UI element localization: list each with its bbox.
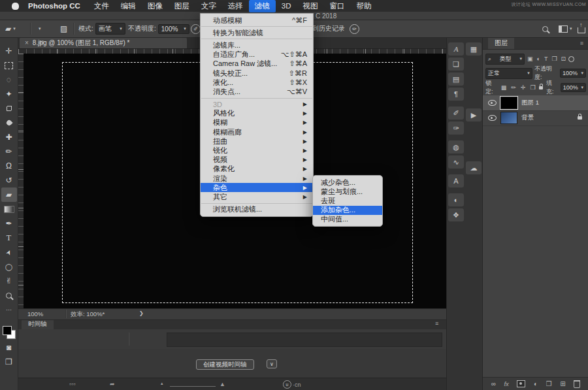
document-tab[interactable]: × 8.jpg @ 100% (图层 1, RGB/8#) * [20,37,187,48]
crop-tool[interactable] [1,101,17,116]
menu-item-video[interactable]: 视频▶ [201,155,313,165]
swatches-panel-icon[interactable]: ▦ [466,42,482,56]
share-button[interactable] [578,20,585,37]
styles-panel-icon[interactable]: ❖ [448,208,464,221]
create-video-timeline-dropdown[interactable]: ∨ [267,359,277,368]
menu-item-blur-gallery[interactable]: 模糊画廊▶ [201,127,313,137]
shape-tool[interactable]: ◯ [1,259,17,274]
menu-edit[interactable]: 编辑 [115,0,142,12]
brush-settings-toggle[interactable]: ▨ [60,20,67,37]
menu-item-filter-gallery[interactable]: 滤镜库... [201,41,313,50]
layer-thumbnail[interactable] [500,112,517,124]
menu-item-median[interactable]: 中间值... [313,215,382,224]
lasso-tool[interactable]: ◌ [1,73,17,87]
airbrush-icon[interactable]: ✏ [350,24,359,34]
menu-view[interactable]: 视图 [297,0,324,12]
visibility-eye-icon[interactable] [488,100,497,106]
create-video-timeline-button[interactable]: 创建视频时间轴 [196,359,254,370]
menu-image[interactable]: 图像 [142,0,169,12]
menu-item-reduce-noise[interactable]: 减少杂色... [313,178,382,187]
menu-item-stylize[interactable]: 风格化▶ [201,109,313,118]
filter-smart-objects-icon[interactable]: ⊡ [561,56,566,62]
menu-item-convert-smart-filter[interactable]: 转换为智能滤镜 [201,28,313,37]
character-panel-icon[interactable]: A [448,174,464,187]
adjustment-layer-icon[interactable]: ◐ [534,380,538,387]
menu-help[interactable]: 帮助 [351,0,378,12]
lock-position-icon[interactable]: ✛ [521,84,526,91]
menu-select[interactable]: 选择 [222,0,249,12]
menu-file[interactable]: 文件 [88,0,115,12]
adjustments-panel-icon[interactable]: ◐ [448,193,464,206]
layer-name[interactable]: 背景 [521,114,574,122]
menu-type[interactable]: 文字 [195,0,222,12]
screen-mode-button[interactable]: ❐ [1,355,17,369]
menu-item-render[interactable]: 渲染▶ [201,174,313,183]
clone-stamp-tool[interactable]: Ω [1,159,17,173]
notes-panel-icon[interactable]: ▤ [448,73,464,86]
layer-name[interactable]: 图层 1 [521,99,539,107]
menu-item-distort[interactable]: 扭曲▶ [201,137,313,146]
menu-item-sharpen[interactable]: 锐化▶ [201,146,313,155]
layer-comps-panel-icon[interactable]: ❏ [448,57,464,71]
menu-item-add-noise[interactable]: 添加杂色... [313,206,382,215]
brush-tool[interactable]: ✏ [1,144,17,159]
lock-pixels-icon[interactable]: ✏ [511,84,516,91]
paragraph-panel-icon[interactable]: ¶ [448,88,464,101]
pen-tool[interactable]: ✒ [1,216,17,231]
filter-shape-layers-icon[interactable]: ❒ [551,56,557,62]
gradient-tool[interactable] [1,202,17,216]
eyedropper-tool[interactable] [1,116,17,130]
menu-3d[interactable]: 3D [276,1,297,11]
layer-row-background[interactable]: 背景 [483,110,588,126]
new-layer-icon[interactable]: ⊞ [560,380,565,387]
libraries-panel-icon[interactable]: ☁ [466,161,482,174]
filter-toggle-icon[interactable] [568,56,574,62]
menu-item-despeckle[interactable]: 去斑 [313,196,382,205]
filter-adjustment-layers-icon[interactable]: ◐ [537,56,540,62]
lock-all-icon[interactable] [539,86,543,89]
menu-item-liquify[interactable]: 液化...⇧⌘X [201,78,313,87]
zoom-in-icon[interactable]: ▲ [220,381,225,387]
zoom-out-icon[interactable]: ▴ [161,381,163,386]
color-swatches[interactable] [3,326,16,339]
actions-panel-icon[interactable]: ▶ [466,108,482,122]
tab-timeline[interactable]: 时间轴 [22,319,54,329]
new-group-icon[interactable]: ❒ [546,380,552,387]
menu-item-dust-and-scratches[interactable]: 蒙尘与划痕... [313,187,382,196]
add-mask-icon[interactable] [517,380,525,387]
menu-item-pixelate[interactable]: 像素化▶ [201,165,313,174]
layer-fill-select[interactable]: 100% ▾ [561,83,586,92]
menu-layer[interactable]: 图层 [169,0,195,12]
textures-panel-icon[interactable]: ◍ [448,140,464,154]
zoom-tool[interactable] [1,288,17,302]
layer-opacity-select[interactable]: 100% ▾ [560,69,586,78]
filter-type-layers-icon[interactable]: T [544,56,548,62]
eraser-tool[interactable]: ▰ [1,187,17,202]
glyphs-panel-icon[interactable]: A [448,42,464,56]
menu-item-adaptive-wide-angle[interactable]: 自适应广角...⌥⇧⌘A [201,50,313,59]
search-button[interactable] [542,20,548,37]
menu-item-browse-filters-online[interactable]: 浏览联机滤镜... [201,205,313,214]
quick-selection-tool[interactable]: ✦ [1,87,17,101]
marquee-tool[interactable] [1,58,17,73]
layer-thumbnail[interactable] [500,97,517,109]
render-dots-icon[interactable]: ▫▫▫ [69,381,76,387]
menu-item-vanishing-point[interactable]: 消失点...⌥⌘V [201,87,313,96]
brush-settings-panel-icon[interactable]: ✐ [448,106,464,120]
menu-filter[interactable]: 滤镜 [249,0,276,12]
tool-presets-panel-icon[interactable]: ✑ [448,122,464,135]
close-icon[interactable]: × [25,39,29,46]
flick-playback-icon[interactable]: ➦ [110,381,115,387]
layer-row-layer1[interactable]: 图层 1 [483,95,588,111]
menu-window[interactable]: 窗口 [324,0,351,12]
visibility-eye-icon[interactable] [488,115,497,121]
pressure-opacity-icon[interactable]: ✐ [191,24,201,34]
panel-menu-icon[interactable]: ≡ [580,40,583,46]
tool-preset-picker[interactable]: ▰ ▾ [5,20,16,37]
quick-mask-button[interactable]: ◙ [1,340,17,355]
history-brush-tool[interactable]: ↺ [1,173,17,187]
menu-item-lens-correction[interactable]: 镜头校正...⇧⌘R [201,69,313,78]
status-chevron-icon[interactable]: ❯ [139,310,144,316]
menu-item-other[interactable]: 其它▶ [201,192,313,201]
path-select-tool[interactable]: ➤ [1,245,17,259]
